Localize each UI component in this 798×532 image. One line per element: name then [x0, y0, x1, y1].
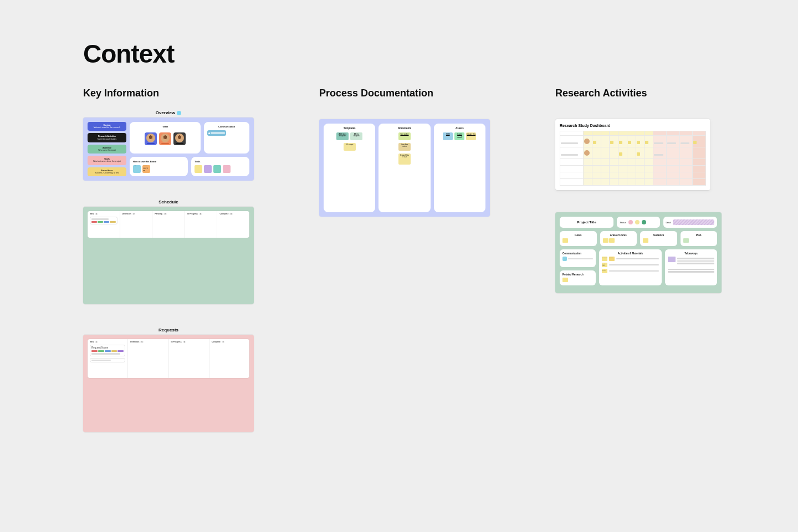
process-assets-col[interactable]: Assets CDN Intake library Design files — [434, 124, 485, 212]
kanban-col-inprogress[interactable]: In Progress0 — [185, 211, 218, 238]
sticky-note[interactable] — [562, 278, 568, 282]
comm-chip[interactable] — [562, 257, 567, 261]
kanban-card[interactable] — [90, 358, 125, 362]
sticky-note[interactable] — [195, 165, 202, 173]
column-key-information: Key Information Overview Context Materia… — [83, 88, 254, 432]
team-avatars — [133, 132, 197, 145]
column-process-documentation: Process Documentation Templates Add'l do… — [319, 88, 490, 217]
sticky-note[interactable]: note — [133, 165, 141, 173]
dashboard-table[interactable] — [560, 131, 706, 186]
sticky-note[interactable]: CDN — [443, 132, 453, 140]
kanban-col-definition[interactable]: Definition0 — [128, 339, 168, 378]
status-dot[interactable] — [642, 220, 646, 224]
overview-tools-card[interactable]: Tools — [191, 157, 249, 176]
schedule-group: Schedule New2 Definition0 — [83, 200, 254, 304]
kanban-col-inprogress[interactable]: In Progress0 — [169, 339, 209, 378]
comm-pill[interactable] — [207, 130, 226, 136]
nav-audience[interactable]: Audience Who uses the report — [88, 145, 126, 154]
sticky-note[interactable]: UI/UX — [609, 257, 615, 261]
column-research-activities: Research Activities Research Study Dashb… — [555, 88, 722, 293]
kanban-card-request[interactable]: Request Name — [90, 345, 125, 356]
section-heading-process: Process Documentation — [319, 88, 490, 99]
columns: Key Information Overview Context Materia… — [83, 88, 715, 432]
kanban-card[interactable] — [90, 217, 117, 224]
overview-nav: Context Materials used for the research … — [88, 122, 126, 176]
sticky-note[interactable]: Test Log — [602, 263, 607, 267]
sticky-note[interactable] — [213, 165, 221, 173]
kanban-col-new[interactable]: New1 Request Name — [88, 339, 128, 378]
process-frame[interactable]: Templates Add'l docs templates Affinity … — [319, 119, 490, 217]
overview-frame[interactable]: Context Materials used for the research … — [83, 117, 254, 181]
frame-title-overview: Overview — [83, 110, 254, 115]
overview-team-card[interactable]: Team — [130, 122, 201, 154]
lead-placeholder[interactable] — [673, 219, 714, 225]
sticky-note[interactable] — [603, 238, 608, 243]
sticky-note[interactable] — [668, 257, 676, 262]
sticky-note[interactable]: Concept — [602, 257, 607, 261]
frame-title-requests: Requests — [83, 328, 254, 332]
avatar-icon — [584, 150, 590, 156]
page-title: Context — [83, 39, 715, 69]
sticky-note[interactable] — [223, 165, 231, 173]
status-dot[interactable] — [635, 220, 640, 224]
kanban-col-complete[interactable]: Complete0 — [217, 211, 249, 238]
schedule-board[interactable]: New2 Definition0 Pending0 — [88, 211, 249, 238]
frame-title-schedule: Schedule — [83, 200, 254, 204]
overview-group: Overview Context Materials used for the … — [83, 110, 254, 181]
sticky-note[interactable]: User flow notes — [398, 143, 411, 151]
sticky-note[interactable] — [609, 238, 615, 243]
sticky-note[interactable]: Usage Data 7/1/2x — [398, 154, 411, 165]
process-templates-col[interactable]: Templates Add'l docs templates Affinity … — [324, 124, 375, 212]
avatar-icon — [584, 139, 590, 144]
sticky-note[interactable]: Retro — [602, 269, 607, 273]
nav-goals[interactable]: Goals What outcomes drive the project — [88, 156, 126, 165]
project-title: Project Title — [577, 221, 596, 224]
canvas[interactable]: Context Key Information Overview Context… — [0, 0, 798, 454]
kanban-col-pending[interactable]: Pending0 — [152, 211, 185, 238]
sticky-note[interactable] — [643, 238, 648, 243]
sticky-note[interactable]: See outline — [398, 132, 411, 140]
avatar-2[interactable] — [159, 132, 171, 145]
requests-board[interactable]: New1 Request Name Definition0 — [88, 339, 249, 378]
project-frame[interactable]: Project Title Status Lead Goals Area of … — [555, 212, 722, 293]
sticky-note[interactable] — [204, 165, 212, 173]
status-dot[interactable] — [628, 220, 633, 224]
nav-research-activities[interactable]: Research Activities Current & past studi… — [88, 133, 126, 142]
kanban-col-complete[interactable]: Complete0 — [209, 339, 249, 378]
kanban-col-new[interactable]: New2 — [88, 211, 120, 238]
sticky-note[interactable] — [683, 238, 689, 243]
schedule-frame[interactable]: New2 Definition0 Pending0 — [83, 207, 254, 304]
research-dashboard-frame[interactable]: Research Study Dashboard — [555, 119, 710, 190]
avatar-3[interactable] — [173, 132, 186, 145]
overview-howto-card[interactable]: How to use this Board note Double-click … — [130, 157, 188, 176]
kanban-col-definition[interactable]: Definition0 — [120, 211, 153, 238]
sticky-note[interactable]: Design files — [466, 132, 476, 140]
section-heading-research: Research Activities — [555, 88, 722, 99]
section-heading-key-info: Key Information — [83, 88, 254, 99]
overview-right: Team Communication — [130, 122, 249, 176]
nav-focus-areas[interactable]: Focus Areas Success, Costuming, & Test — [88, 167, 126, 176]
sticky-note[interactable]: UX scripts — [344, 143, 356, 151]
dashboard-title: Research Study Dashboard — [560, 124, 706, 127]
sticky-note[interactable]: Affinity diagram — [350, 132, 362, 140]
requests-frame[interactable]: New1 Request Name Definition0 — [83, 335, 254, 432]
global-icon — [177, 111, 181, 115]
requests-group: Requests New1 Request Name — [83, 328, 254, 432]
sticky-note[interactable] — [562, 238, 568, 243]
sticky-note[interactable]: Double-click the notes to edit — [142, 165, 150, 173]
sticky-note[interactable]: Add'l docs templates — [336, 132, 349, 140]
overview-communication-card[interactable]: Communication — [204, 122, 249, 154]
process-documents-col[interactable]: Documents See outline User flow notes Us… — [378, 124, 430, 212]
nav-context[interactable]: Context Materials used for the research — [88, 122, 126, 131]
avatar-1[interactable] — [145, 132, 157, 145]
sticky-note[interactable]: Intake library — [454, 132, 464, 140]
